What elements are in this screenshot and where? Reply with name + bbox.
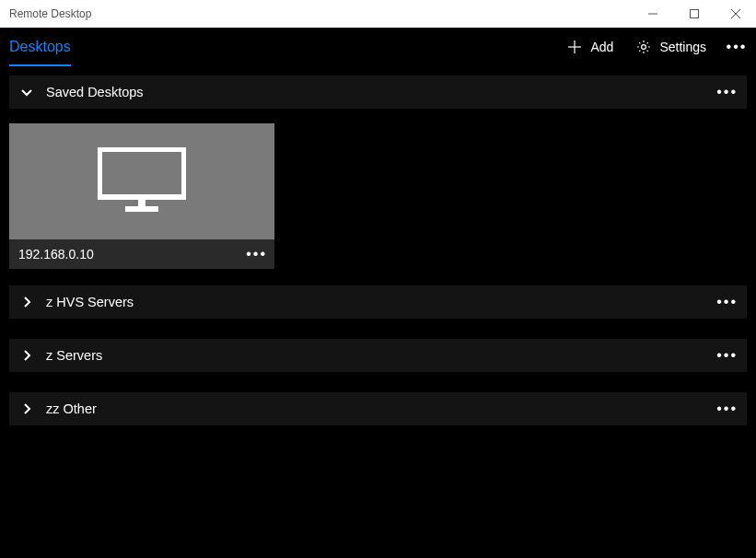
settings-button-label: Settings: [659, 40, 706, 54]
group-more-button[interactable]: •••: [712, 347, 739, 364]
app-header: Desktops Add Settings •••: [0, 28, 756, 66]
group-header-saved-desktops[interactable]: Saved Desktops •••: [9, 76, 747, 109]
svg-rect-8: [138, 197, 145, 206]
group-header-z-servers[interactable]: z Servers •••: [9, 339, 747, 372]
group-label: z Servers: [46, 348, 712, 363]
window-maximize-button[interactable]: [673, 0, 715, 28]
desktop-tile[interactable]: 192.168.0.10 •••: [9, 123, 274, 269]
window-close-button[interactable]: [715, 0, 756, 28]
group-more-button[interactable]: •••: [712, 401, 739, 417]
monitor-icon: [98, 147, 186, 215]
group-label: Saved Desktops: [46, 85, 712, 99]
desktop-tile-label: 192.168.0.10: [18, 247, 246, 262]
desktop-tile-footer: 192.168.0.10 •••: [9, 239, 274, 269]
title-bar: Remote Desktop: [0, 0, 756, 28]
group-label: z HVS Servers: [46, 295, 712, 309]
chevron-down-icon: [18, 84, 35, 100]
group-header-zz-other[interactable]: zz Other •••: [9, 392, 747, 425]
desktop-tile-preview: [9, 123, 274, 239]
group-header-z-hvs-servers[interactable]: z HVS Servers •••: [9, 285, 747, 319]
tile-row: 192.168.0.10 •••: [9, 123, 747, 269]
window-title: Remote Desktop: [0, 7, 632, 20]
content-area: Saved Desktops ••• 192.168.0.10 •••: [0, 66, 756, 425]
add-button[interactable]: Add: [555, 28, 624, 66]
plus-icon: [566, 39, 583, 55]
header-more-button[interactable]: •••: [717, 39, 756, 55]
window-minimize-button[interactable]: [632, 0, 673, 28]
settings-button[interactable]: Settings: [624, 28, 717, 66]
gear-icon: [635, 39, 652, 55]
chevron-right-icon: [18, 401, 35, 417]
add-button-label: Add: [590, 40, 613, 54]
group-more-button[interactable]: •••: [712, 294, 739, 310]
chevron-right-icon: [18, 294, 35, 310]
group-more-button[interactable]: •••: [712, 84, 739, 100]
svg-point-6: [642, 45, 646, 50]
tab-underline: [9, 64, 71, 66]
desktop-tile-more-button[interactable]: •••: [246, 246, 267, 262]
svg-rect-9: [125, 206, 158, 212]
group-label: zz Other: [46, 401, 712, 416]
tab-desktops-label: Desktops: [9, 39, 71, 55]
tab-desktops[interactable]: Desktops: [0, 28, 80, 66]
svg-rect-7: [99, 149, 184, 197]
chevron-right-icon: [18, 347, 35, 364]
svg-rect-1: [690, 10, 698, 18]
